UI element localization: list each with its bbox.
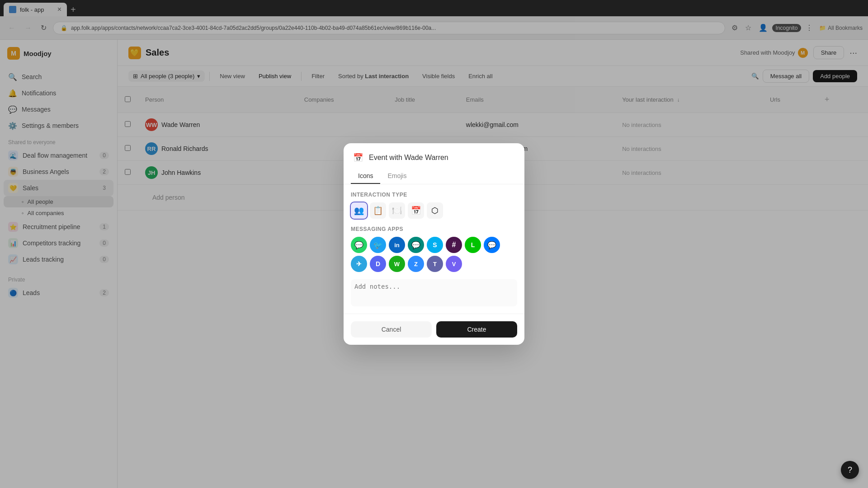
app-zoom[interactable]: Z: [408, 256, 424, 272]
interaction-icon-4[interactable]: ⬡: [427, 202, 443, 219]
app-viber[interactable]: V: [446, 256, 462, 272]
modal-overlay[interactable]: 📅 Icons Emojis Interaction type 👥 📋 🍽️ 📅…: [0, 0, 868, 488]
app-telegram[interactable]: ✈: [351, 256, 367, 272]
interaction-icon-3[interactable]: 📅: [408, 202, 424, 219]
event-title-input[interactable]: [369, 154, 517, 162]
interaction-icon-grid: 👥 📋 🍽️ 📅 ⬡: [351, 202, 517, 219]
modal-input-row: 📅: [344, 143, 524, 169]
app-discord[interactable]: D: [370, 256, 386, 272]
notes-textarea-area: [351, 279, 517, 306]
calendar-icon: 📅: [351, 150, 365, 165]
tab-emojis[interactable]: Emojis: [380, 169, 414, 184]
messaging-apps-label: Messaging Apps: [351, 226, 517, 232]
interaction-icon-2[interactable]: 🍽️: [389, 202, 405, 219]
notes-textarea[interactable]: [351, 279, 517, 302]
app-linkedin[interactable]: in: [389, 237, 405, 253]
app-twitter[interactable]: 🐦: [370, 237, 386, 253]
cancel-btn[interactable]: Cancel: [351, 321, 432, 338]
modal-footer: Cancel Create: [344, 314, 524, 345]
app-skype[interactable]: S: [427, 237, 443, 253]
modal-body: Interaction type 👥 📋 🍽️ 📅 ⬡ Messaging Ap…: [344, 184, 524, 314]
tab-icons[interactable]: Icons: [351, 169, 380, 184]
app-whatsapp[interactable]: 💬: [351, 237, 367, 253]
event-modal: 📅 Icons Emojis Interaction type 👥 📋 🍽️ 📅…: [344, 143, 524, 345]
app-messenger[interactable]: 💬: [484, 237, 500, 253]
app-wechat[interactable]: W: [389, 256, 405, 272]
messaging-apps-grid: 💬 🐦 in 💬 S # L 💬 ✈ D W: [351, 237, 517, 272]
interaction-icon-0[interactable]: 👥: [351, 202, 367, 219]
app-slack[interactable]: #: [446, 237, 462, 253]
help-fab[interactable]: ?: [841, 461, 859, 479]
app-line[interactable]: L: [465, 237, 481, 253]
app-hangouts[interactable]: 💬: [408, 237, 424, 253]
create-btn[interactable]: Create: [436, 321, 517, 338]
interaction-icon-1[interactable]: 📋: [370, 202, 386, 219]
modal-tabs: Icons Emojis: [344, 169, 524, 184]
interaction-type-label: Interaction type: [351, 192, 517, 198]
app-teams[interactable]: T: [427, 256, 443, 272]
